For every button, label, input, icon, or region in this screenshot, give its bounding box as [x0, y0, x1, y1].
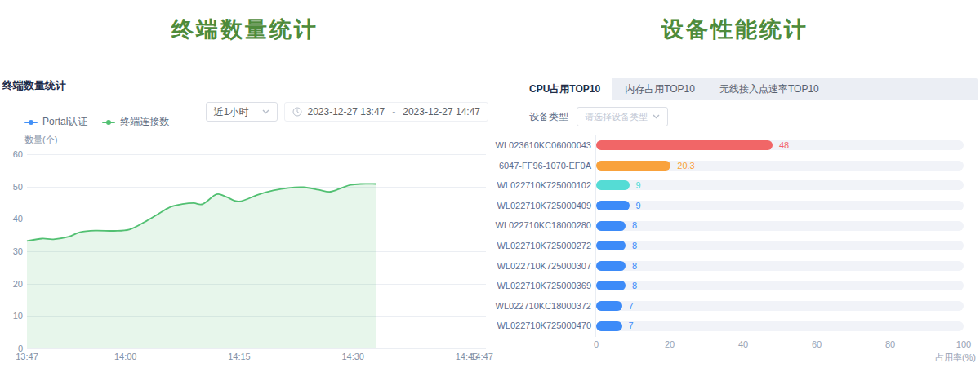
bar-value-label: 8 [632, 236, 637, 256]
dashboard: 终端数量统计 终端数量统计 近1小时 2023-12-27 13:47 - 20… [0, 0, 980, 372]
bar-row: WL022710K7250003698 [490, 276, 980, 296]
bar-fill[interactable] [596, 201, 630, 210]
bar-track [596, 221, 964, 231]
bar-value-label: 7 [629, 316, 634, 336]
bar-row: 6047-FF96-1070-EF0A20.3 [490, 156, 980, 176]
bar-fill[interactable] [596, 180, 630, 190]
bar-fill[interactable] [596, 161, 670, 170]
bar-row: WL022710K7250003078 [490, 256, 980, 277]
bar-row: WL022710KC180003727 [490, 296, 980, 317]
bar-x-tick: 100 [956, 339, 971, 349]
bar-fill[interactable] [596, 221, 626, 231]
bar-fill[interactable] [596, 301, 622, 311]
bar-row: WL022710K7250001029 [490, 175, 980, 196]
terminal-line-chart: 010203040506013:4714:0014:1514:3014:4514… [0, 0, 490, 372]
bar-category-label: WL023610KC06000043 [490, 135, 591, 156]
bar-fill[interactable] [596, 261, 626, 271]
bar-row: WL022710KC180002808 [490, 215, 980, 236]
bar-value-label: 48 [779, 135, 789, 156]
bar-x-tick: 40 [738, 339, 748, 349]
area-fill [27, 184, 376, 348]
bar-track [596, 180, 964, 190]
bar-category-label: WL022710K725000409 [490, 196, 591, 216]
bar-category-label: WL022710K725000272 [490, 236, 591, 256]
bar-fill[interactable] [596, 321, 622, 331]
terminal-stats-panel: 终端数量统计 终端数量统计 近1小时 2023-12-27 13:47 - 20… [0, 0, 490, 372]
bar-track [596, 281, 964, 290]
bar-fill[interactable] [596, 140, 773, 150]
bar-value-label: 9 [636, 196, 641, 216]
terminal-series-plot [0, 0, 490, 372]
bar-track [596, 301, 964, 311]
bar-row: WL022710K7250002728 [490, 236, 980, 256]
bar-value-label: 8 [632, 215, 637, 236]
bar-category-label: WL022710K725000369 [490, 276, 591, 296]
bar-row: WL022710K7250004707 [490, 316, 980, 336]
bar-x-tick: 80 [885, 339, 895, 349]
bar-track [596, 201, 964, 210]
bar-category-label: WL022710KC18000372 [490, 296, 591, 317]
bar-category-label: 6047-FF96-1070-EF0A [490, 156, 591, 176]
bar-category-label: WL022710K725000470 [490, 316, 591, 336]
bar-fill[interactable] [596, 281, 626, 290]
bar-category-label: WL022710K725000102 [490, 175, 591, 196]
bar-category-label: WL022710K725000307 [490, 256, 591, 277]
bar-x-tick: 20 [665, 339, 675, 349]
bar-row: WL022710K7250004099 [490, 196, 980, 216]
bar-value-label: 20.3 [677, 156, 694, 176]
bar-track [596, 321, 964, 331]
bar-value-label: 7 [629, 296, 634, 317]
bar-track [596, 241, 964, 250]
bar-category-label: WL022710KC18000280 [490, 215, 591, 236]
bar-value-label: 8 [632, 276, 637, 296]
bar-x-tick: 60 [812, 339, 822, 349]
bar-row: WL023610KC0600004348 [490, 135, 980, 156]
bar-track [596, 261, 964, 271]
bar-value-label: 8 [632, 256, 637, 277]
cpu-top10-bar-chart: WL023610KC06000043486047-FF96-1070-EF0A2… [490, 0, 980, 372]
bar-fill[interactable] [596, 241, 626, 250]
bar-value-label: 9 [636, 175, 641, 196]
bar-x-tick: 0 [594, 339, 599, 349]
device-performance-panel: 设备性能统计 CPU占用TOP10内存占用TOP10无线接入点速率TOP10 设… [490, 0, 980, 372]
x-axis-name: 占用率(%) [935, 352, 976, 364]
